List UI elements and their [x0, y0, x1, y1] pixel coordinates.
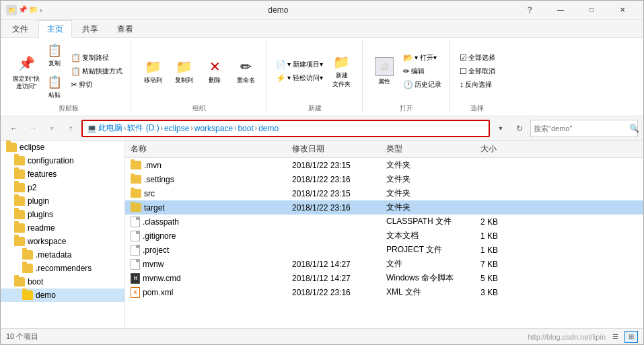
file-row[interactable]: .classpath CLASSPATH 文件 2 KB [125, 215, 643, 229]
copy-path-label: 复制路径 [82, 53, 109, 63]
delete-button[interactable]: ✕ 删除 [200, 51, 229, 91]
new-folder-button[interactable]: 📁 新建文件夹 [327, 51, 357, 91]
file-date: 2018/1/22 23:16 [287, 175, 381, 184]
file-size: 5 KB [475, 274, 529, 283]
file-row[interactable]: src 2018/1/22 23:15 文件夹 [125, 186, 643, 200]
recent-button[interactable]: ▼ [44, 120, 60, 137]
new-item-icon: 📄 [276, 60, 286, 69]
file-name: .classpath [143, 217, 179, 227]
breadcrumb-workspace-label: workspace [194, 124, 233, 133]
sidebar-item-p2[interactable]: p2 [1, 181, 124, 194]
folder-icon [14, 237, 25, 246]
new-buttons: 📄 ▾ 新建项目▾ ⚡ ▾ 轻松访问▾ 📁 新建文件夹 [273, 40, 357, 102]
sidebar-item-features[interactable]: features [1, 167, 124, 181]
maximize-button[interactable]: □ [576, 1, 607, 20]
folder-icon [131, 189, 141, 198]
paste-icon: 📋 [47, 75, 62, 89]
forward-button[interactable]: → [25, 120, 41, 137]
file-row[interactable]: ⌘ mvnw.cmd 2018/1/12 14:27 Windows 命令脚本 … [125, 271, 643, 285]
file-row[interactable]: .project PROJECT 文件 1 KB [125, 243, 643, 257]
folder-icon [14, 210, 25, 219]
search-input[interactable] [534, 124, 627, 132]
pin-label: 固定到"快速访问" [13, 75, 39, 90]
organize-buttons: 📁 移动到 📁 复制到 ✕ 删除 ✏ 重命名 [138, 40, 260, 102]
copy-path-button[interactable]: 📋 复制路径 [68, 52, 125, 64]
move-to-button[interactable]: 📁 移动到 [138, 51, 168, 91]
col-header-date[interactable]: 修改日期 [287, 143, 381, 155]
breadcrumb[interactable]: 💻 此电脑 › 软件 (D:) › eclipse › workspace › … [81, 120, 490, 137]
breadcrumb-item-boot[interactable]: boot › [238, 124, 257, 133]
tab-view[interactable]: 查看 [108, 20, 142, 38]
copy-button[interactable]: 📋 复制 [42, 40, 67, 71]
sidebar-item-metadata[interactable]: .metadata [1, 248, 124, 262]
list-view-button[interactable]: ☰ [608, 331, 622, 343]
sidebar-item-configuration[interactable]: configuration [1, 154, 124, 167]
file-row[interactable]: X pom.xml 2018/1/22 23:16 XML 文件 3 KB [125, 285, 643, 299]
breadcrumb-item-eclipse[interactable]: eclipse › [164, 124, 193, 133]
sidebar-item-plugins[interactable]: plugins [1, 208, 124, 221]
folder-icon [131, 175, 141, 184]
pc-icon: 💻 [87, 124, 97, 133]
folder-icon [14, 277, 25, 286]
file-name: .gitignore [143, 231, 176, 241]
file-icon: ⌘ [131, 273, 140, 284]
select-all-button[interactable]: ☑ 全部选择 [457, 52, 498, 64]
easy-access-button[interactable]: ⚡ ▾ 轻松访问▾ [273, 72, 326, 84]
close-button[interactable]: ✕ [607, 1, 638, 20]
file-name: mvnw.cmd [143, 274, 181, 283]
sidebar-item-demo[interactable]: demo [1, 289, 124, 302]
deselect-all-label: 全部取消 [468, 67, 495, 76]
back-button[interactable]: ← [6, 120, 22, 137]
col-header-size[interactable]: 大小 [475, 143, 529, 155]
move-to-icon: 📁 [145, 59, 162, 75]
edit-button[interactable]: ✏ 编辑 [400, 65, 444, 77]
history-button[interactable]: 🕐 历史记录 [400, 79, 444, 91]
grid-view-button[interactable]: ⊞ [624, 331, 638, 343]
sidebar-label-configuration: configuration [28, 156, 74, 165]
sidebar-item-plugin[interactable]: plugin [1, 194, 124, 208]
tab-file[interactable]: 文件 [3, 20, 37, 38]
paste-button[interactable]: 📋 粘贴 [42, 72, 67, 102]
help-button[interactable]: ? [514, 1, 545, 20]
sidebar-item-eclipse[interactable]: eclipse [1, 141, 124, 154]
minimize-button[interactable]: — [545, 1, 576, 20]
new-item-button[interactable]: 📄 ▾ 新建项目▾ [273, 59, 326, 71]
folder-icon [131, 161, 141, 169]
file-list-header: 名称 修改日期 类型 大小 [125, 141, 643, 158]
cut-button[interactable]: ✂ 剪切 [68, 79, 125, 91]
sidebar-item-recommenders[interactable]: .recommenders [1, 262, 124, 275]
properties-button[interactable]: ⬜ 属性 [369, 51, 399, 91]
breadcrumb-item-pc[interactable]: 💻 此电脑 › [87, 122, 126, 134]
sidebar-label-workspace: workspace [28, 237, 66, 246]
sidebar-item-boot[interactable]: boot [1, 275, 124, 289]
rename-button[interactable]: ✏ 重命名 [231, 51, 260, 91]
file-row[interactable]: .mvn 2018/1/22 23:15 文件夹 [125, 158, 643, 172]
col-header-type[interactable]: 类型 [381, 143, 475, 155]
deselect-all-button[interactable]: ☐ 全部取消 [457, 65, 498, 77]
file-icon [131, 217, 140, 227]
file-size: 2 KB [475, 217, 529, 227]
file-row[interactable]: .settings 2018/1/22 23:16 文件夹 [125, 172, 643, 186]
copy-to-button[interactable]: 📁 复制到 [169, 51, 199, 91]
col-header-name[interactable]: 名称 [125, 143, 287, 155]
file-icon [131, 259, 140, 270]
sidebar-item-readme[interactable]: readme [1, 221, 124, 235]
breadcrumb-pc-label: 此电脑 [98, 122, 122, 134]
invert-select-button[interactable]: ↕ 反向选择 [457, 79, 498, 91]
file-row[interactable]: mvnw 2018/1/12 14:27 文件 7 KB [125, 257, 643, 271]
pin-quickaccess-button[interactable]: 📌 固定到"快速访问" [11, 50, 41, 93]
breadcrumb-item-demo[interactable]: demo [258, 124, 279, 133]
open-button[interactable]: 📂 ▾ 打开▾ [400, 52, 444, 64]
tab-share[interactable]: 共享 [73, 20, 107, 38]
file-row[interactable]: .gitignore 文本文档 1 KB [125, 229, 643, 243]
file-row[interactable]: target 2018/1/22 23:16 文件夹 [125, 200, 643, 215]
breadcrumb-item-drive[interactable]: 软件 (D:) › [127, 122, 163, 134]
up-button[interactable]: ↑ [63, 120, 79, 137]
dropdown-button[interactable]: ▼ [493, 120, 509, 137]
sidebar-item-workspace[interactable]: workspace [1, 235, 124, 248]
breadcrumb-item-workspace[interactable]: workspace › [194, 124, 237, 133]
refresh-button[interactable]: ↻ [511, 120, 528, 137]
paste-shortcut-icon: 📋 [71, 67, 81, 76]
tab-home[interactable]: 主页 [38, 20, 72, 38]
paste-shortcut-button[interactable]: 📋 粘贴快捷方式 [68, 65, 125, 77]
